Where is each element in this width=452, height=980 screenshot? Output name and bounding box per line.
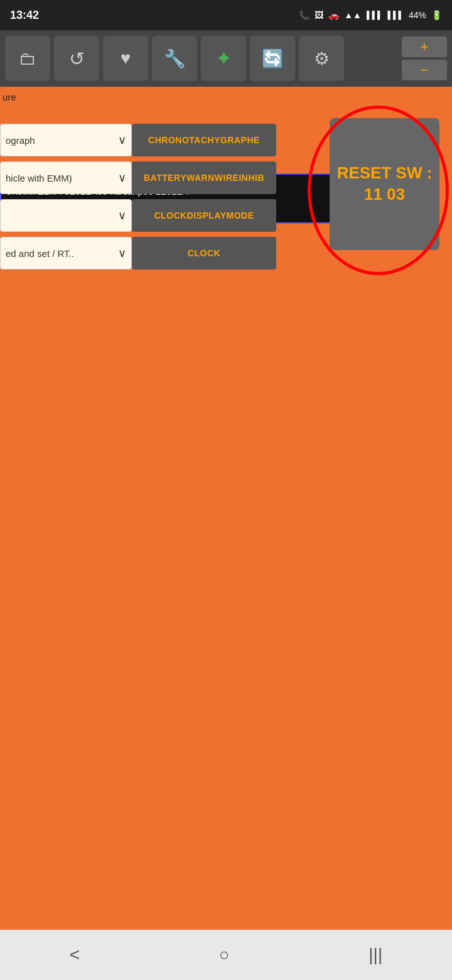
home-button[interactable]: ○ bbox=[200, 939, 249, 971]
param-btn-1[interactable]: CHRONOTACHYGRAPHE bbox=[132, 124, 276, 156]
toolbar: 🗀 ↺ ♥ 🔧 ✦ 🔄 ⚙ + − bbox=[0, 30, 452, 87]
status-time: 13:42 bbox=[10, 9, 39, 22]
gear-icon: ⚙ bbox=[314, 48, 330, 69]
chevron-down-icon-1: ∨ bbox=[118, 133, 126, 147]
dropdown-4-text: ed and set / RT.. bbox=[6, 248, 74, 259]
dropdown-1-text: ograph bbox=[6, 135, 35, 146]
refresh-button[interactable]: ↺ bbox=[54, 36, 99, 81]
chevron-down-icon-2: ∨ bbox=[118, 171, 126, 185]
chevron-down-icon-4: ∨ bbox=[118, 246, 126, 260]
dropdown-1[interactable]: ograph ∨ bbox=[0, 124, 132, 156]
car-icon: 🚗 bbox=[328, 10, 339, 20]
battery-percent: 44% bbox=[409, 10, 426, 20]
dropdown-2-text: hicle with EMM) bbox=[6, 173, 72, 183]
folder-icon: 🗀 bbox=[19, 48, 36, 69]
recents-button[interactable]: ||| bbox=[350, 939, 401, 971]
wifi-icon: ▲▲ bbox=[344, 10, 362, 20]
param-btn-3[interactable]: CLOCKDISPLAYMODE bbox=[132, 199, 276, 232]
plus-icon: + bbox=[421, 39, 429, 55]
dropdown-2[interactable]: hicle with EMM) ∨ bbox=[0, 161, 132, 194]
signal-icon2: ▌▌▌ bbox=[387, 11, 404, 19]
back-button[interactable]: < bbox=[51, 939, 99, 971]
sync-icon: 🔄 bbox=[262, 48, 284, 69]
measure-label: ure bbox=[3, 92, 16, 102]
gallery-icon: 🖼 bbox=[315, 10, 323, 20]
main-content: отклик ELM : 62011A00 на запрос 22011A о… bbox=[0, 87, 452, 930]
param-btn-2[interactable]: BATTERYWARNWIREINHIB bbox=[132, 161, 276, 194]
pin-button[interactable]: ✦ bbox=[201, 36, 246, 81]
phone-icon: 📞 bbox=[299, 10, 309, 20]
plus-minus-group: + − bbox=[402, 36, 447, 80]
status-bar: 13:42 📞 🖼 🚗 ▲▲ ▌▌▌ ▌▌▌ 44% 🔋 bbox=[0, 0, 452, 30]
chevron-down-icon-3: ∨ bbox=[118, 209, 126, 222]
signal-icon1: ▌▌▌ bbox=[367, 11, 383, 19]
plus-button[interactable]: + bbox=[402, 36, 447, 57]
wrench-icon: 🔧 bbox=[164, 48, 186, 69]
sync-button[interactable]: 🔄 bbox=[250, 36, 295, 81]
minus-button[interactable]: − bbox=[402, 60, 447, 80]
dropdown-3[interactable]: ∨ bbox=[0, 199, 132, 232]
pin-icon: ✦ bbox=[215, 46, 232, 70]
folder-button[interactable]: 🗀 bbox=[5, 36, 50, 81]
minus-icon: − bbox=[421, 62, 429, 79]
reset-sw-text: RESET SW : 11 03 bbox=[337, 163, 433, 205]
battery-icon: 🔋 bbox=[431, 10, 442, 20]
settings-button[interactable]: ⚙ bbox=[299, 36, 344, 81]
param-btn-clock[interactable]: CLOCK bbox=[132, 237, 276, 270]
wrench-button[interactable]: 🔧 bbox=[152, 36, 197, 81]
dropdown-4[interactable]: ed and set / RT.. ∨ bbox=[0, 237, 132, 270]
heart-icon: ♥ bbox=[121, 48, 131, 68]
status-right-icons: 📞 🖼 🚗 ▲▲ ▌▌▌ ▌▌▌ 44% 🔋 bbox=[299, 10, 442, 20]
favorite-button[interactable]: ♥ bbox=[103, 36, 148, 81]
reset-sw-button[interactable]: RESET SW : 11 03 bbox=[330, 118, 439, 250]
nav-bar: < ○ ||| bbox=[0, 930, 452, 980]
refresh-icon: ↺ bbox=[69, 48, 85, 70]
